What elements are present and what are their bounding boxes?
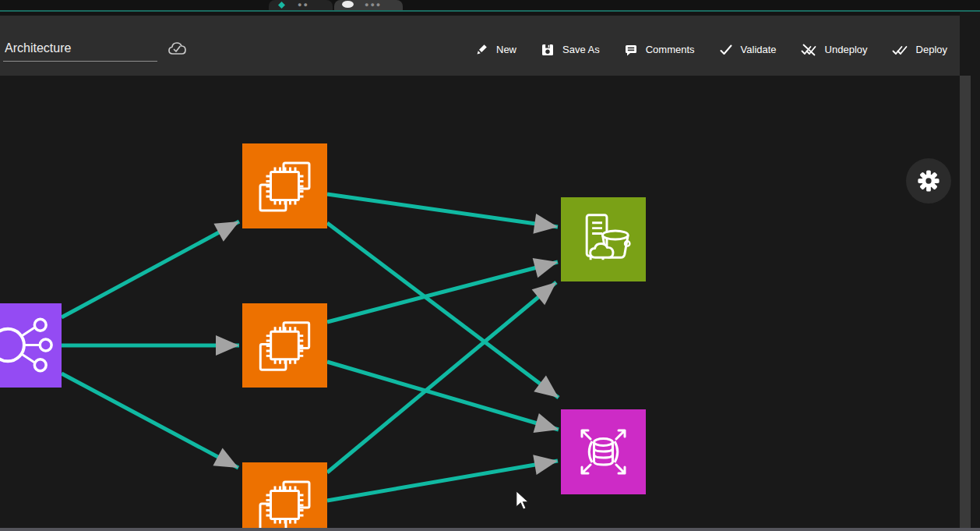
- speech-bubble-icon: [623, 42, 639, 58]
- node-database[interactable]: [561, 409, 646, 494]
- edge-compute-2-to-storage[interactable]: [327, 262, 558, 322]
- diagram-name-group: [3, 38, 189, 62]
- user-avatar-icon: [342, 1, 354, 8]
- canvas-settings-button[interactable]: [906, 158, 951, 204]
- browser-tab-strip: ●● ●●●: [0, 0, 980, 10]
- save-as-button[interactable]: Save As: [540, 42, 600, 58]
- diagram-canvas[interactable]: [0, 76, 960, 528]
- edge-load-balancer-to-compute-1[interactable]: [62, 221, 239, 317]
- pencil-icon: [474, 42, 489, 58]
- new-button[interactable]: New: [474, 42, 516, 58]
- vertical-scrollbar[interactable]: [960, 76, 971, 528]
- gear-icon: [915, 168, 942, 194]
- double-check-icon: [891, 42, 909, 58]
- app-window: ●● ●●● New: [0, 0, 980, 531]
- new-button-label: New: [496, 44, 516, 55]
- architecture-diagram: [0, 76, 960, 528]
- validate-button[interactable]: Validate: [718, 42, 777, 58]
- single-check-icon: [718, 42, 734, 58]
- tab-title-cropped: ●●●: [365, 1, 382, 9]
- save-as-button-label: Save As: [562, 44, 600, 55]
- undeploy-button[interactable]: Undeploy: [800, 42, 868, 58]
- edge-compute-1-to-storage[interactable]: [327, 194, 558, 227]
- undeploy-button-label: Undeploy: [825, 44, 868, 55]
- tab-title-cropped: ●●: [298, 1, 309, 9]
- node-load-balancer[interactable]: [0, 303, 62, 388]
- floppy-disk-icon: [540, 42, 555, 58]
- node-compute-1[interactable]: [242, 143, 327, 228]
- diagram-toolbar: New Save As Comments: [0, 16, 960, 76]
- deploy-button-label: Deploy: [916, 44, 947, 55]
- cloud-check-icon: [165, 38, 189, 58]
- browser-tab-1[interactable]: ●●: [269, 0, 333, 10]
- comments-button-label: Comments: [646, 44, 695, 55]
- deploy-button[interactable]: Deploy: [891, 42, 947, 58]
- bottom-window-edge: [0, 528, 980, 531]
- comments-button[interactable]: Comments: [623, 42, 695, 58]
- double-check-slash-icon: [800, 42, 818, 58]
- app-logo-icon: [277, 1, 287, 9]
- edge-load-balancer-to-compute-3[interactable]: [62, 373, 238, 468]
- validate-button-label: Validate: [741, 44, 777, 55]
- edge-compute-3-to-database[interactable]: [327, 461, 558, 501]
- diagram-name-input[interactable]: [3, 41, 157, 62]
- node-compute-2[interactable]: [242, 303, 327, 388]
- browser-tab-2[interactable]: ●●●: [334, 0, 403, 10]
- node-compute-3[interactable]: [242, 462, 327, 528]
- toolbar-button-group: New Save As Comments: [474, 42, 947, 58]
- node-storage[interactable]: [561, 197, 646, 281]
